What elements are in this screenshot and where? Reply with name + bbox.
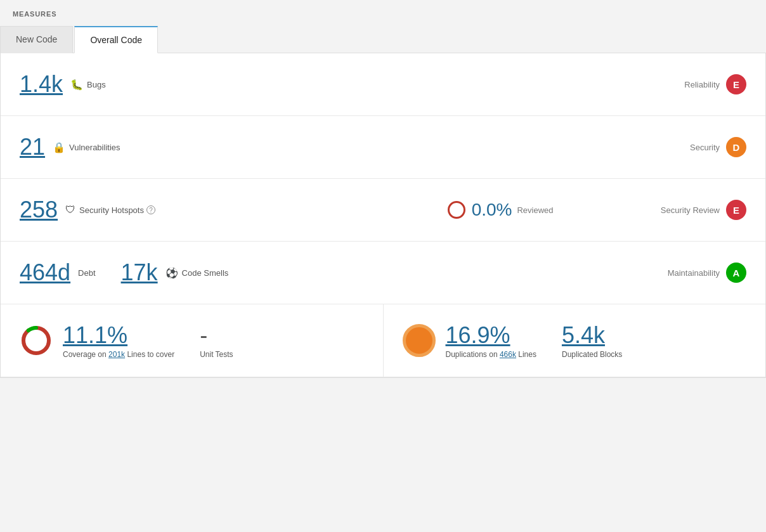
bottom-row: 11.1% Coverage on 201k Lines to cover - … xyxy=(1,304,765,377)
hotspots-left: 258 🛡 Security Hotspots ? xyxy=(20,197,340,223)
vulnerabilities-row: 21 🔒 Vulnerabilities Security D xyxy=(1,116,765,179)
coverage-inner: 11.1% Coverage on 201k Lines to cover - … xyxy=(20,322,364,359)
hotspots-help-icon[interactable]: ? xyxy=(146,205,155,214)
dup-blocks-value[interactable]: 5.4k xyxy=(562,322,622,349)
hotspots-category: Security Review xyxy=(661,205,720,215)
dup-metrics-group: 16.9% Duplications on 466k Lines 5.4k Du… xyxy=(446,322,623,359)
bugs-label: Bugs xyxy=(87,80,106,89)
bugs-category: Reliability xyxy=(684,80,720,89)
maintainability-right: Maintainability A xyxy=(668,263,746,283)
measures-header: MEASURES xyxy=(0,0,766,18)
coverage-pct[interactable]: 11.1% xyxy=(63,322,174,349)
vulnerabilities-label: Vulnerabilities xyxy=(69,143,120,152)
shield-icon: 🛡 xyxy=(65,204,75,216)
unit-tests-label: Unit Tests xyxy=(200,350,233,359)
bug-icon: 🐛 xyxy=(70,79,83,91)
coverage-sub-text: Coverage on xyxy=(63,350,107,359)
bugs-row: 1.4k 🐛 Bugs Reliability E xyxy=(1,53,765,116)
hotspots-middle: 0.0% Reviewed xyxy=(340,200,660,220)
coverage-donut-container xyxy=(20,324,53,357)
lock-icon: 🔒 xyxy=(53,141,65,153)
vulnerabilities-left: 21 🔒 Vulnerabilities xyxy=(20,134,690,160)
dup-info: 16.9% Duplications on 466k Lines xyxy=(446,322,536,359)
hotspots-label: Security Hotspots xyxy=(79,205,144,215)
hotspots-right: Security Review E xyxy=(661,200,746,220)
codesmells-label: Code Smells xyxy=(182,268,229,278)
maintainability-category: Maintainability xyxy=(668,268,720,278)
duplication-circle xyxy=(403,324,436,357)
dup-pct[interactable]: 16.9% xyxy=(446,322,536,349)
tab-new-code[interactable]: New Code xyxy=(0,26,73,53)
debt-left: 464d Debt 17k ⚽ Code Smells xyxy=(20,259,668,286)
coverage-sub: Coverage on 201k Lines to cover xyxy=(63,350,174,359)
codesmell-icon: ⚽ xyxy=(166,267,178,279)
bugs-grade-badge: E xyxy=(726,74,746,94)
debt-label: Debt xyxy=(78,268,95,278)
coverage-section: 11.1% Coverage on 201k Lines to cover - … xyxy=(1,304,384,377)
duplications-inner: 16.9% Duplications on 466k Lines 5.4k Du… xyxy=(403,322,747,359)
measures-section: MEASURES New Code Overall Code 1.4k 🐛 Bu… xyxy=(0,0,766,378)
vulnerabilities-category: Security xyxy=(690,143,720,152)
tab-overall-code[interactable]: Overall Code xyxy=(74,26,158,53)
coverage-lines-label: Lines to cover xyxy=(127,350,174,359)
maintainability-row: 464d Debt 17k ⚽ Code Smells Maintainabil… xyxy=(1,242,765,304)
duplications-section: 16.9% Duplications on 466k Lines 5.4k Du… xyxy=(384,304,766,377)
main-content: 1.4k 🐛 Bugs Reliability E 21 🔒 Vulnerabi… xyxy=(0,53,766,378)
bugs-right: Reliability E xyxy=(684,74,746,94)
unit-tests-value: - xyxy=(200,322,233,349)
bugs-value[interactable]: 1.4k xyxy=(20,71,63,98)
dup-sub-text: Duplications on xyxy=(446,350,498,359)
dup-blocks-info: 5.4k Duplicated Blocks xyxy=(562,322,622,359)
dup-sub: Duplications on 466k Lines xyxy=(446,350,536,359)
vulnerabilities-right: Security D xyxy=(690,137,746,157)
reviewed-circle xyxy=(448,201,465,219)
coverage-metrics-group: 11.1% Coverage on 201k Lines to cover - … xyxy=(63,322,233,359)
tabs-container: New Code Overall Code xyxy=(0,25,766,53)
unit-tests-group: - Unit Tests xyxy=(200,322,233,359)
dup-blocks-label: Duplicated Blocks xyxy=(562,350,622,359)
codesmells-value[interactable]: 17k xyxy=(121,259,158,286)
debt-value[interactable]: 464d xyxy=(20,259,70,286)
coverage-donut-svg xyxy=(20,324,53,357)
dup-lines-link[interactable]: 466k xyxy=(500,350,516,359)
coverage-lines-link[interactable]: 201k xyxy=(108,350,125,359)
coverage-info: 11.1% Coverage on 201k Lines to cover xyxy=(63,322,174,359)
dup-lines-label: Lines xyxy=(518,350,536,359)
bugs-left: 1.4k 🐛 Bugs xyxy=(20,71,684,98)
maintainability-grade-badge: A xyxy=(726,263,746,283)
vulnerabilities-grade-badge: D xyxy=(726,137,746,157)
security-hotspots-row: 258 🛡 Security Hotspots ? 0.0% Reviewed … xyxy=(1,179,765,242)
hotspots-grade-badge: E xyxy=(726,200,746,220)
hotspots-value[interactable]: 258 xyxy=(20,197,58,223)
reviewed-value[interactable]: 0.0% xyxy=(472,200,512,220)
reviewed-label: Reviewed xyxy=(517,205,553,215)
vulnerabilities-value[interactable]: 21 xyxy=(20,134,45,160)
